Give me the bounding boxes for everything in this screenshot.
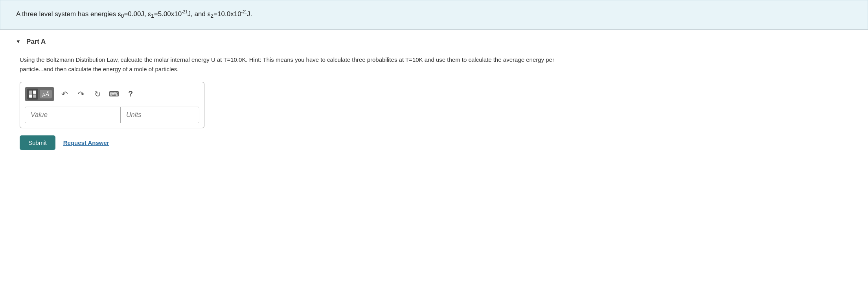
chevron-down-icon: ▼ (16, 39, 21, 44)
undo-button[interactable]: ↶ (58, 88, 71, 100)
svg-rect-0 (29, 91, 32, 94)
format-btn-group: μÅ (25, 87, 54, 101)
svg-rect-1 (33, 91, 36, 94)
part-a-header[interactable]: ▼ Part A (16, 38, 852, 46)
problem-header: A three level system has energies ε0=0.0… (0, 0, 868, 30)
help-button[interactable]: ? (124, 88, 137, 100)
value-units-container (25, 107, 199, 123)
value-input[interactable] (25, 107, 121, 123)
actions-row: Submit Request Answer (20, 135, 852, 162)
svg-rect-3 (33, 94, 36, 98)
answer-box: μÅ ↶ ↷ ↻ ⌨ ? (20, 82, 204, 128)
part-a-label: Part A (26, 38, 46, 46)
part-a-section: ▼ Part A Using the Boltzmann Distributio… (0, 30, 868, 162)
grid-icon[interactable] (27, 89, 38, 100)
units-input[interactable] (121, 107, 199, 123)
request-answer-button[interactable]: Request Answer (63, 139, 109, 146)
redo-button[interactable]: ↷ (75, 88, 87, 100)
reset-button[interactable]: ↻ (91, 88, 104, 100)
keyboard-button[interactable]: ⌨ (108, 88, 120, 100)
answer-toolbar: μÅ ↶ ↷ ↻ ⌨ ? (25, 87, 199, 101)
symbol-button[interactable]: μÅ (40, 90, 52, 98)
submit-button[interactable]: Submit (20, 135, 55, 150)
problem-text: Using the Boltzmann Distribution Law, ca… (20, 55, 570, 74)
svg-rect-2 (29, 94, 32, 98)
